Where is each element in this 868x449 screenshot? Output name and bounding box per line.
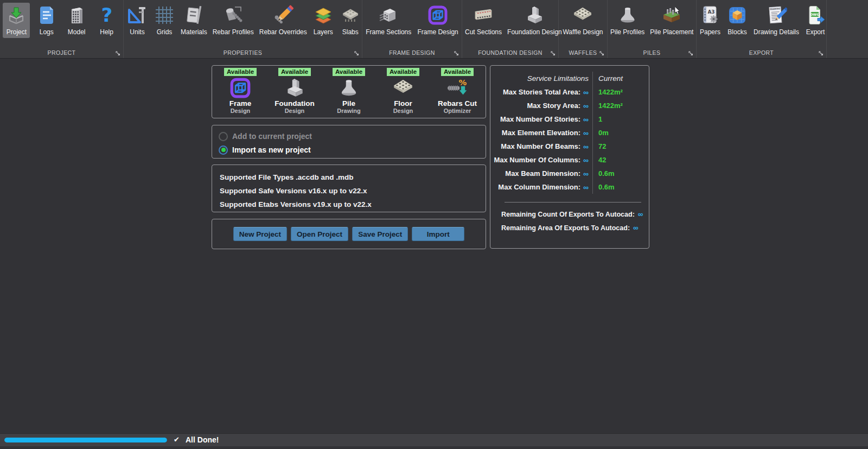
ribbon-item-label: Slabs	[342, 28, 359, 36]
ribbon-group-name: PILES	[643, 49, 661, 56]
limitation-label: Max Number Of Beams:	[501, 142, 580, 150]
frame-design-icon	[229, 77, 252, 99]
limitation-current-value: 42	[598, 156, 606, 164]
limitation-current-cell: 0.6m	[592, 167, 649, 180]
ribbon-item-pile-profiles[interactable]: Pile Profiles	[608, 3, 647, 38]
ribbon-item-materials[interactable]: Materials	[178, 3, 210, 38]
remaining-infinity-value: ∞	[633, 224, 639, 232]
limitation-row-max-number-of-beams: Max Number Of Beams:∞72	[490, 140, 649, 153]
dialog-launcher-icon[interactable]	[116, 51, 120, 56]
ribbon-group-properties: UnitsGridsMaterialsRebar ProfilesRebar O…	[124, 0, 362, 58]
status-bar: ✔ All Done!	[0, 433, 868, 446]
horizontal-divider	[505, 202, 641, 203]
open-project-button[interactable]: Open Project	[291, 227, 348, 241]
dialog-launcher-icon[interactable]	[551, 51, 556, 56]
layers-icon	[312, 4, 334, 26]
ribbon-group-items: Frame SectionsFrame Design	[362, 0, 462, 47]
ribbon-item-label: Model	[68, 28, 86, 36]
current-column-header: Current	[598, 74, 623, 83]
ribbon-item-slabs[interactable]: Slabs	[337, 3, 364, 38]
support-info-line: Supported File Types .accdb and .mdb	[220, 170, 486, 184]
ribbon-item-drawing-details[interactable]: DRAWINGDrawing Details	[751, 3, 802, 38]
infinity-limit-value: ∞	[583, 102, 589, 110]
remaining-label: Remaining Count Of Exports To Autocad:	[501, 211, 635, 218]
dialog-launcher-icon[interactable]	[354, 51, 359, 56]
support-info-line: Supported Safe Versions v16.x up to v22.…	[220, 184, 486, 198]
infinity-limit-value: ∞	[583, 169, 589, 178]
ribbon-item-rebar-profiles[interactable]: Rebar Profiles	[210, 3, 257, 38]
ribbon-item-grids[interactable]: Grids	[151, 3, 178, 38]
ribbon-group-footer: EXPORT	[697, 47, 826, 58]
module-title: Foundation	[275, 99, 314, 107]
import-button[interactable]: Import	[412, 227, 464, 241]
available-badge: Available	[387, 68, 419, 76]
infinity-limit-value: ∞	[583, 156, 589, 165]
ribbon-item-export[interactable]: DWGExport	[802, 3, 829, 38]
ribbon-item-units[interactable]: Units	[124, 3, 151, 38]
limitation-row-max-stories-total-area: Max Stories Total Area:∞1422m²	[490, 85, 649, 99]
slabs-icon	[340, 4, 361, 26]
progress-bar	[4, 438, 167, 442]
infinity-limit-value: ∞	[583, 115, 589, 124]
ribbon-group-footer: FOUNDATION DESIGN	[462, 47, 558, 58]
ribbon-item-frame-sections[interactable]: Frame Sections	[363, 3, 414, 38]
radio-option-import-as-new-project[interactable]: Import as new project	[219, 144, 486, 156]
ribbon-item-layers[interactable]: Layers	[310, 3, 337, 38]
logs-icon	[36, 4, 58, 26]
ribbon-group-name: WAFFLES	[569, 49, 597, 56]
module-title: Floor	[394, 99, 412, 107]
save-project-button[interactable]: Save Project	[352, 227, 408, 241]
check-icon: ✔	[174, 435, 180, 444]
svg-text:%: %	[459, 78, 467, 87]
import-mode-panel: Add to current projectImport as new proj…	[212, 125, 486, 159]
limitation-current-cell: 0.6m	[592, 180, 649, 194]
service-limitations-header-row: Service Limitations Current	[490, 72, 649, 85]
module-subtitle: Drawing	[337, 107, 360, 115]
limitation-label: Max Column Dimension:	[498, 183, 580, 191]
remaining-row-remaining-area-of-exports-to-autocad: Remaining Area Of Exports To Autocad:∞	[490, 221, 649, 235]
ribbon-item-waffle-design[interactable]: Waffle Design	[560, 3, 605, 38]
module-tile-frame-design: AvailableFrameDesign	[214, 68, 266, 115]
ribbon-group-items: ProjectLogsModel?Help	[0, 0, 123, 47]
blocks-icon	[726, 4, 748, 26]
rebar-overrides-icon	[272, 4, 294, 26]
ribbon-item-cut-sections[interactable]: Cut Sections	[462, 3, 505, 38]
units-icon	[126, 4, 148, 26]
ribbon-item-blocks[interactable]: Blocks	[724, 3, 751, 38]
ribbon-item-rebar-overrides[interactable]: Rebar Overrides	[257, 3, 310, 38]
dialog-launcher-icon[interactable]	[688, 51, 693, 56]
ribbon-item-papers[interactable]: A3Papers	[697, 3, 724, 38]
ribbon-item-label: Units	[130, 28, 144, 36]
radio-option-add-to-current-project[interactable]: Add to current project	[219, 130, 486, 142]
new-project-button[interactable]: New Project	[233, 227, 287, 241]
ribbon-item-label: Papers	[700, 28, 720, 36]
radio-button-circle	[219, 132, 228, 141]
dialog-launcher-icon[interactable]	[599, 51, 604, 56]
radio-selected-dot	[221, 148, 226, 152]
ribbon-item-foundation-design[interactable]: Foundation Design	[505, 3, 565, 38]
dialog-launcher-icon[interactable]	[454, 51, 459, 56]
limitation-label: Max Beam Dimension:	[505, 169, 580, 178]
module-subtitle: Optimizer	[444, 107, 471, 115]
ribbon-item-frame-design[interactable]: Frame Design	[414, 3, 461, 38]
ribbon-item-help[interactable]: ?Help	[93, 3, 120, 38]
module-tile-foundation-design: AvailableFoundationDesign	[269, 68, 321, 115]
service-limitations-panel: Service Limitations Current Max Stories …	[490, 65, 649, 249]
limitation-row-max-number-of-stories: Max Number Of Stories:∞1	[490, 112, 649, 126]
limitation-current-value: 1	[598, 115, 602, 123]
limitation-row-max-column-dimension: Max Column Dimension:∞0.6m	[490, 180, 649, 194]
ribbon-item-label: Cut Sections	[465, 28, 502, 36]
limitation-label-cell: Max Column Dimension:∞	[490, 183, 592, 192]
supported-versions-panel: Supported File Types .accdb and .mdbSupp…	[212, 165, 486, 212]
dialog-launcher-icon[interactable]	[819, 51, 824, 56]
ribbon-item-logs[interactable]: Logs	[33, 3, 60, 38]
pile-placement-icon	[661, 4, 682, 26]
ribbon-item-label: Logs	[40, 28, 54, 36]
module-tile-pile-drawing: AvailablePileDrawing	[323, 68, 375, 115]
limitation-current-cell: 72	[592, 140, 649, 153]
ribbon-item-pile-placement[interactable]: Pile Placement	[647, 3, 696, 38]
ribbon-item-project[interactable]: Project	[3, 3, 30, 38]
rebar-profiles-icon	[222, 4, 244, 26]
limitation-current-value: 0.6m	[598, 183, 615, 191]
ribbon-item-model[interactable]: Model	[63, 3, 90, 38]
